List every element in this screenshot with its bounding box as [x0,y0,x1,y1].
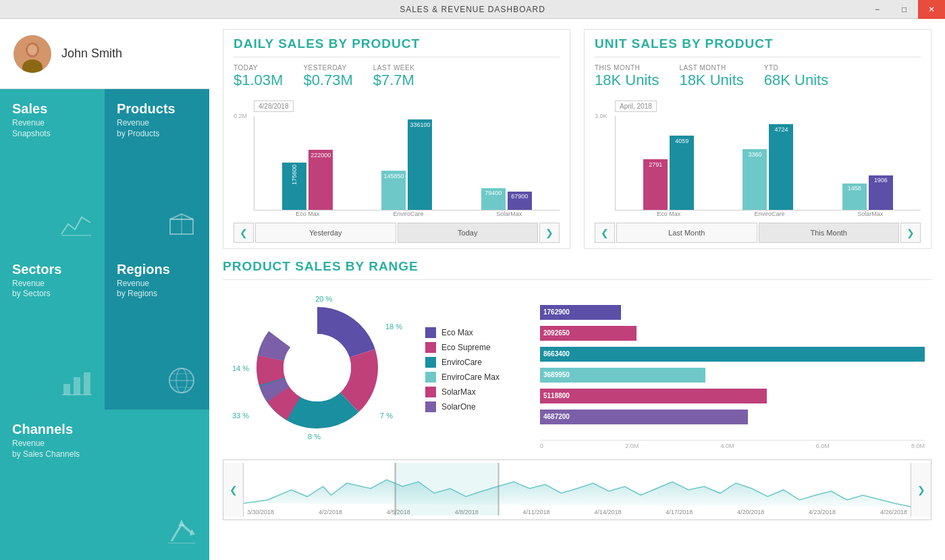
sidebar-item-regions[interactable]: Regions Revenueby Regions [105,250,209,410]
sidebar-item-sectors[interactable]: Sectors Revenueby Sectors [0,250,105,410]
daily-sales-title: DAILY SALES BY PRODUCT [234,36,560,51]
yesterday-button[interactable]: Yesterday [255,223,396,243]
unit-divider [595,57,921,57]
daily-sales-panel: DAILY SALES BY PRODUCT TODAY $1.03M YEST… [223,29,570,249]
sales-tile-subtitle: RevenueSnapshots [12,118,92,139]
product-sales-body: 20 % 18 % 14 % 7 % 8 % 33 % [223,287,932,453]
u-x-label-envirocare: EnviroCare [719,211,819,217]
lastweek-label: LAST WEEK [373,64,415,72]
svg-rect-8 [63,384,70,395]
u-eco-max-val1: 2791 [649,161,662,168]
svg-point-28 [284,334,351,401]
sidebar: John Smith Sales RevenueSnapshots Produc… [0,19,209,560]
minimize-button[interactable]: − [864,0,891,19]
unit-y-label: 3.0K [595,113,608,119]
x-label-envirocare: EnviroCare [358,211,458,217]
legend-color-envirocare [425,357,436,368]
last-month-button[interactable]: Last Month [616,223,757,243]
today-button[interactable]: Today [398,223,539,243]
envirocare-val2: 336100 [410,121,430,128]
timeline-prev-button[interactable]: ❮ [223,463,244,517]
stat-this-month: THIS MONTH 18K Units [595,64,659,89]
unit-next-button[interactable]: ❯ [900,223,921,243]
svg-line-17 [171,524,182,541]
legend-label-solarmax: SolarMax [441,387,476,397]
daily-prev-button[interactable]: ❮ [234,223,254,243]
legend-envirocare-max: EnviroCare Max [425,372,520,383]
hbar-val-solarmax: 5118800 [543,392,570,399]
regions-tile-subtitle: Revenueby Regions [117,279,197,300]
daily-divider [234,57,560,57]
svg-rect-9 [74,377,80,395]
hbar-val-envirocare-max: 3689950 [543,371,570,379]
tl-date-10: 4/26/2018 [880,509,907,515]
hbar-axis-6m: 6.0M [816,443,830,449]
hbar-row-eco-supreme: 2092650 [540,325,925,342]
u-envirocare-group: 3360 4724 [718,124,817,210]
percent-label-20: 20 % [315,295,332,303]
svg-rect-10 [84,372,90,395]
hbar-val-envirocare: 8663400 [543,350,570,358]
hbar-row-solarmax: 5118800 [540,387,925,405]
unit-stats-row: THIS MONTH 18K Units LAST MONTH 18K Unit… [595,64,921,89]
yesterday-value: $0.73M [303,72,352,89]
timeline-next-button[interactable]: ❯ [911,463,931,517]
hbar-axis: 0 2.0M 4.0M 6.0M 8.0M [540,440,925,449]
lastweek-value: $7.7M [373,72,415,89]
hbar-chart-area: 1762900 2092650 8663400 [533,287,932,453]
top-panels: DAILY SALES BY PRODUCT TODAY $1.03M YEST… [223,29,932,249]
legend-color-eco-supreme [425,342,436,353]
sectors-tile-title: Sectors [12,262,92,277]
hbar-val-eco-supreme: 2092650 [543,329,570,337]
hbar-row-eco-max: 1762900 [540,304,925,321]
eco-max-group: 175600 222000 [258,150,357,210]
stat-ytd: YTD 68K Units [764,64,828,89]
daily-x-labels: Eco Max EnviroCare SolarMax [254,211,560,217]
legend-envirocare: EnviroCare [425,357,520,368]
solarmax-bar2: 67900 [508,192,532,210]
bar-chart-icon [60,367,94,400]
u-eco-max-group: 2791 4059 [619,136,718,210]
timeline-dates: 3/30/2018 4/2/2018 4/5/2018 4/8/2018 4/1… [244,507,911,515]
user-header: John Smith [0,19,209,89]
hbar-axis-4m: 4.0M [720,443,734,449]
close-button[interactable]: ✕ [918,0,945,19]
legend-color-envirocare-max [425,372,436,383]
sidebar-item-sales[interactable]: Sales RevenueSnapshots [0,89,105,250]
this-month-button[interactable]: This Month [759,223,900,243]
legend-solarmax: SolarMax [425,387,520,397]
unit-sales-panel: UNIT SALES BY PRODUCT THIS MONTH 18K Uni… [584,29,932,249]
unit-x-labels: Eco Max EnviroCare SolarMax [615,211,921,217]
stat-last-month: LAST MONTH 18K Units [679,64,743,89]
u-solarmax-val1: 1458 [848,185,861,192]
avatar [14,35,51,73]
sidebar-item-products[interactable]: Products Revenueby Products [105,89,209,250]
timeline-chart: 3/30/2018 4/2/2018 4/5/2018 4/8/2018 4/1… [244,463,911,517]
sales-tile-title: Sales [12,101,92,116]
maximize-button[interactable]: □ [891,0,918,19]
daily-y-label: 0.2M [234,113,247,119]
hbar-row-envirocare: 8663400 [540,345,925,363]
unit-sales-title: UNIT SALES BY PRODUCT [595,36,921,51]
envirocare-group: 145850 336100 [357,119,456,210]
sidebar-item-channels[interactable]: Channels Revenueby Sales Channels [0,410,209,560]
unit-prev-button[interactable]: ❮ [595,223,615,243]
globe-icon [165,364,198,400]
tl-date-4: 4/8/2018 [455,509,479,515]
u-x-label-solarmax: SolarMax [820,211,921,217]
chart-line-icon [60,211,94,240]
hbar-row-solarone: 4687200 [540,408,925,426]
daily-date-label: 4/28/2018 [254,101,294,112]
x-label-solarmax: SolarMax [459,211,560,217]
yesterday-label: YESTERDAY [303,64,352,72]
legend-eco-supreme: Eco Supreme [425,342,520,353]
tl-date-1: 3/30/2018 [247,509,274,515]
u-envirocare-val1: 3360 [748,151,761,158]
legend-eco-max: Eco Max [425,327,520,338]
legend-color-solarone [425,401,436,412]
sectors-tile-subtitle: Revenueby Sectors [12,279,92,300]
channels-tile-subtitle: Revenueby Sales Channels [12,439,197,459]
daily-next-button[interactable]: ❯ [539,223,560,243]
tl-date-5: 4/11/2018 [523,509,550,515]
solarmax-val2: 67900 [511,193,528,200]
